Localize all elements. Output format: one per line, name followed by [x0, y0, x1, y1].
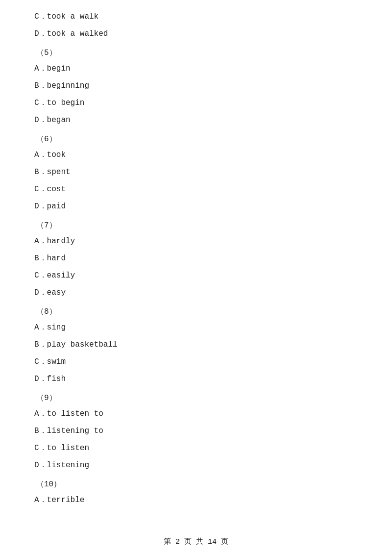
list-item: C．to listen [34, 441, 358, 455]
question-8: （8） A．sing B．play basketball C．swim D．fi… [34, 305, 358, 386]
question-10: （10） A．terrible [34, 478, 358, 508]
list-item: D．easy [34, 286, 358, 300]
question-number-9: （9） [34, 391, 358, 405]
list-item: C．cost [34, 182, 358, 197]
list-item: C．to begin [34, 96, 358, 110]
list-item: D．began [34, 113, 358, 127]
question-number-8: （8） [34, 305, 358, 319]
list-item: D．paid [34, 200, 358, 214]
list-item: D．took a walked [34, 27, 358, 41]
question-9: （9） A．to listen to B．listening to C．to l… [34, 391, 358, 473]
list-item: A．terrible [34, 493, 358, 507]
list-item: D．fish [34, 372, 358, 386]
list-item: B．hard [34, 252, 358, 266]
question-7: （7） A．hardly B．hard C．easily D．easy [34, 219, 358, 300]
list-item: B．listening to [34, 424, 358, 438]
list-item: A．took [34, 148, 358, 162]
list-item: C．swim [34, 355, 358, 369]
list-item: D．listening [34, 458, 358, 473]
section-continuation: C．took a walk D．took a walked [34, 10, 358, 41]
question-number-10: （10） [34, 478, 358, 492]
list-item: B．play basketball [34, 338, 358, 352]
question-number-5: （5） [34, 46, 358, 60]
list-item: A．sing [34, 321, 358, 335]
question-number-7: （7） [34, 219, 358, 233]
list-item: C．took a walk [34, 10, 358, 24]
list-item: A．begin [34, 62, 358, 76]
list-item: A．hardly [34, 234, 358, 249]
page-footer: 第 2 页 共 14 页 [0, 537, 392, 546]
list-item: C．easily [34, 269, 358, 283]
main-content: C．took a walk D．took a walked （5） A．begi… [0, 0, 392, 540]
question-number-6: （6） [34, 132, 358, 147]
list-item: B．spent [34, 165, 358, 179]
list-item: A．to listen to [34, 407, 358, 421]
question-5: （5） A．begin B．beginning C．to begin D．beg… [34, 46, 358, 127]
question-6: （6） A．took B．spent C．cost D．paid [34, 132, 358, 214]
list-item: B．beginning [34, 79, 358, 93]
